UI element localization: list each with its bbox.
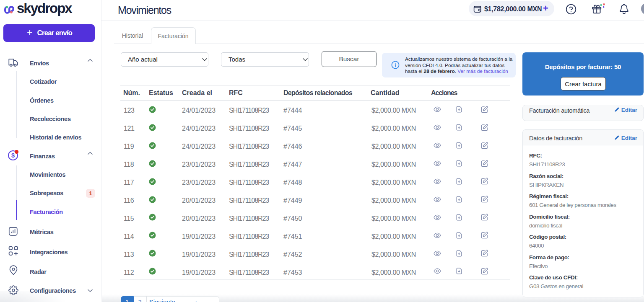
svg-text:$: $ <box>11 152 15 159</box>
